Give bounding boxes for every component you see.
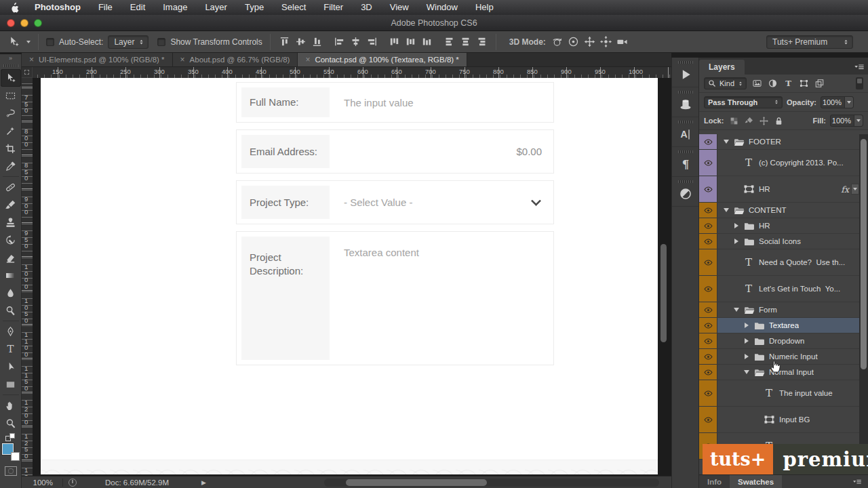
layer-row-footer[interactable]: FOOTER [699,134,860,150]
fill-field[interactable]: 100% [830,115,863,127]
layer-visibility-toggle[interactable] [699,318,717,333]
menu-edit[interactable]: Edit [121,0,154,15]
opacity-field[interactable]: 100% [821,96,854,108]
layer-visibility-toggle[interactable] [699,276,717,302]
canvas-horizontal-scrollbar[interactable] [324,479,659,487]
panel-gripper[interactable] [678,121,693,123]
lock-position-icon[interactable] [760,117,768,125]
layer-row-hr[interactable]: HR [699,218,860,234]
lock-pixels-icon[interactable] [745,117,753,125]
zoom-window-button[interactable] [34,19,42,27]
zoom-tool[interactable] [1,414,21,432]
default-colors-icon[interactable] [5,433,16,443]
blend-mode-dropdown[interactable]: Pass Through [704,96,783,108]
dist-vcenter-icon[interactable] [404,36,417,47]
minimize-window-button[interactable] [20,19,28,27]
layer-effects-badge[interactable]: fx [841,184,851,195]
layer-visibility-toggle[interactable] [699,150,717,176]
document-canvas[interactable]: Full Name: The input value Email Address… [41,78,658,474]
pan-3d-icon[interactable] [583,36,596,47]
layers-scrollbar[interactable] [859,134,868,446]
eraser-tool[interactable] [1,249,21,266]
menu-window[interactable]: Window [418,0,467,15]
layer-name[interactable]: Dropdown [766,337,804,345]
layer-visibility-toggle[interactable] [699,203,717,218]
adjustments-panel-button[interactable] [672,177,698,207]
collapse-group-caret[interactable] [742,370,751,374]
healing-brush-tool[interactable] [1,178,21,196]
layer-row-dropdown[interactable]: Dropdown [699,333,860,349]
camera-3d-icon[interactable] [616,36,629,47]
panel-gripper[interactable] [3,64,18,67]
layer-visibility-toggle[interactable] [699,176,717,202]
crop-tool[interactable] [1,140,21,157]
layer-row-the-input-value[interactable]: TThe input value [699,380,860,407]
menu-filter[interactable]: Filter [315,0,352,15]
layer-name[interactable]: Need a Quote? Use th... [756,258,845,266]
collapse-group-caret[interactable] [722,140,731,144]
brush-tool[interactable] [1,196,21,214]
apple-icon[interactable] [9,2,19,14]
expand-group-caret[interactable] [732,223,741,228]
panel-menu-icon[interactable] [849,477,865,487]
expand-group-caret[interactable] [742,338,751,344]
layer-row-content[interactable]: CONTENT [699,203,860,218]
align-left-icon[interactable] [333,36,346,47]
expand-group-caret[interactable] [742,323,751,328]
menu-photoshop[interactable]: Photoshop [26,0,90,15]
scrollbar-thumb[interactable] [346,479,487,486]
menu-help[interactable]: Help [467,0,502,15]
tab-swatches[interactable]: Swatches [730,475,782,488]
close-window-button[interactable] [7,19,15,27]
layer-name[interactable]: Input BG [776,415,810,424]
rectangle-tool[interactable] [1,375,21,393]
vertical-ruler[interactable]: 7 5 08 0 08 5 09 0 09 5 01 0 0 01 0 5 01… [22,78,33,476]
layer-visibility-toggle[interactable] [699,349,717,364]
background-color-swatch[interactable] [11,452,20,461]
smart-object-filter-icon[interactable] [814,79,825,88]
layer-visibility-toggle[interactable] [699,134,717,149]
panel-gripper[interactable] [678,91,693,94]
roll-3d-icon[interactable] [567,36,580,47]
filter-kind-dropdown[interactable]: Kind [704,77,747,89]
layer-name[interactable]: HR [756,185,770,193]
clone-stamp-tool[interactable] [1,214,21,231]
layer-row-input-bg[interactable]: Input BG [699,407,860,433]
dodge-tool[interactable] [1,302,21,319]
blur-tool[interactable] [1,284,21,302]
paragraph-panel-button[interactable]: ¶ [672,147,698,177]
opacity-dropdown-button[interactable] [844,97,853,108]
path-selection-tool[interactable] [1,358,21,375]
scrollbar-thumb[interactable] [861,139,867,369]
pen-tool[interactable] [1,323,21,340]
adjustment-filter-icon[interactable] [768,79,778,88]
ruler-origin-corner[interactable] [22,67,33,78]
expand-group-caret[interactable] [732,239,741,244]
form-row-full-name[interactable]: Full Name: The input value [236,82,554,123]
dist-bottom-icon[interactable] [420,36,433,47]
orbit-3d-icon[interactable] [551,36,564,47]
character-panel-button[interactable]: A [672,117,698,147]
align-bottom-icon[interactable] [311,36,323,47]
quick-mask-button[interactable] [5,466,17,476]
status-menu-arrow-icon[interactable]: ▶ [201,479,206,486]
layer-row-let-s-get-in-touch-yo[interactable]: TLet's Get in Touch Yo... [699,276,860,302]
layer-row-social-icons[interactable]: Social Icons [699,234,860,249]
layer-name[interactable]: FOOTER [746,138,781,146]
gradient-tool[interactable] [1,266,21,284]
layer-row-textarea[interactable]: Textarea [699,318,860,333]
align-vcenter-icon[interactable] [294,36,307,47]
collapse-panel-icon[interactable]: » [0,54,21,63]
fill-dropdown-button[interactable] [854,115,863,126]
dist-hcenter-icon[interactable] [459,36,472,47]
shape-filter-icon[interactable] [799,79,809,88]
layer-visibility-toggle[interactable] [699,249,717,275]
canvas-vertical-scrollbar[interactable] [660,244,667,342]
auto-select-dropdown[interactable]: Layer [108,35,149,49]
document-tab[interactable]: ×Contact.psd @ 100% (Textarea, RGB/8) * [298,53,467,66]
lock-transparent-icon[interactable] [730,117,738,125]
menu-view[interactable]: View [381,0,418,15]
layer-row-c-copyright-2013-po[interactable]: T(c) Copyright 2013. Po... [699,150,860,176]
document-tab[interactable]: ×UI-Elements.psd @ 100% (RGB/8) * [22,53,173,66]
panel-gripper[interactable] [678,61,693,64]
